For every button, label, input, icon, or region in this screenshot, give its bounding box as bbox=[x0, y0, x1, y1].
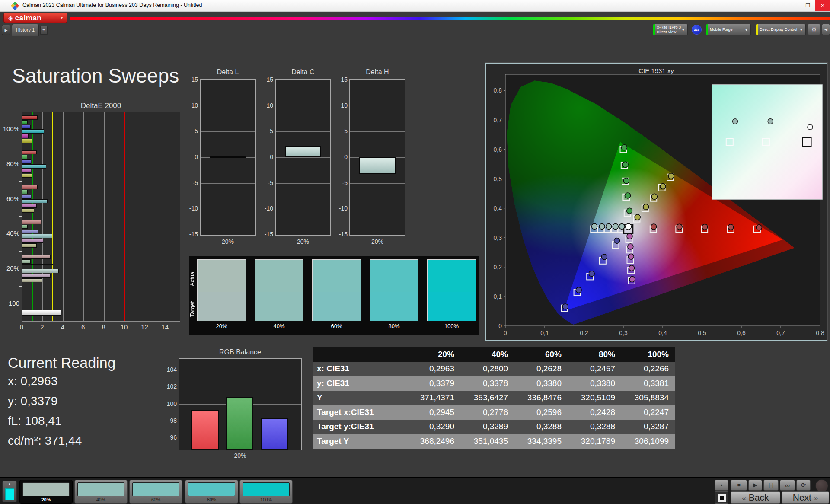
close-button[interactable]: ✕ bbox=[815, 0, 830, 11]
minimize-button[interactable]: — bbox=[786, 0, 801, 11]
cie-measured-red bbox=[756, 225, 762, 230]
y-tick-label: -15 bbox=[334, 231, 348, 238]
patch-button-40%[interactable]: 40% bbox=[74, 480, 128, 504]
layout-expander-button[interactable]: ▶ bbox=[2, 25, 10, 35]
table-value-cell: 334,3395 bbox=[514, 437, 568, 446]
swatch-actual bbox=[198, 260, 246, 292]
display-control-name: Direct Display Control bbox=[760, 27, 797, 32]
table-value-cell: 0,3288 bbox=[568, 422, 621, 431]
target-window-button[interactable] bbox=[715, 491, 728, 504]
table-header-cell: 20% bbox=[407, 350, 460, 359]
gridline bbox=[276, 209, 330, 209]
deltae-bar-yellow bbox=[22, 139, 32, 143]
swatch-label: 20% bbox=[197, 323, 246, 329]
svg-text:0: 0 bbox=[504, 329, 507, 336]
calman-wordmark: calman bbox=[15, 14, 42, 22]
cie-measured-yellow bbox=[635, 214, 640, 220]
deltae-bar-cyan bbox=[22, 199, 48, 204]
cie-measured-blue bbox=[562, 304, 568, 309]
table-value-cell: 0,3380 bbox=[568, 379, 621, 388]
table-row-label: Target x:CIE31 bbox=[313, 408, 407, 417]
chevron-up-icon: ▲ bbox=[720, 483, 723, 487]
y-tick-label: 0 bbox=[259, 153, 273, 160]
display-control-dropdown[interactable]: Direct Display Control ▼ bbox=[756, 24, 806, 35]
cie-measured-blue bbox=[576, 287, 581, 293]
play-measure-button[interactable]: ▶ bbox=[748, 480, 762, 491]
reading-line: fL: 108,41 bbox=[8, 414, 62, 428]
cie-measured-magenta bbox=[628, 254, 634, 259]
patch-swatch bbox=[188, 482, 235, 496]
svg-text:0,2: 0,2 bbox=[580, 329, 588, 336]
expand-controls-button[interactable]: ▲ bbox=[715, 480, 728, 491]
pattern-window-button[interactable]: ▲ bbox=[2, 481, 17, 502]
patch-button-80%[interactable]: 80% bbox=[185, 480, 238, 504]
x-tick-label: 12 bbox=[141, 323, 148, 331]
table-header-cell: 80% bbox=[568, 350, 621, 359]
swatch-actual bbox=[428, 260, 476, 292]
bottom-bar: ▲ 20%40%60%80%100% ▲ ■ ▶ [·] ∞ ⟳ « Back … bbox=[0, 477, 830, 504]
svg-text:0,7: 0,7 bbox=[776, 329, 785, 336]
table-value-cell: 336,8476 bbox=[514, 393, 568, 402]
patch-button-20%[interactable]: 20% bbox=[19, 480, 73, 504]
meter-count-badge[interactable]: 327 bbox=[692, 25, 702, 35]
meter-dropdown[interactable]: X-Rite i1Pro 3 Direct View ▼ bbox=[653, 24, 688, 35]
y-tick-label: -5 bbox=[184, 179, 198, 186]
axis-tick bbox=[19, 181, 22, 182]
gridline bbox=[350, 183, 405, 184]
table-row: x: CIE310,29630,28000,26280,24570,2266 bbox=[313, 362, 675, 376]
cie-measured-red bbox=[702, 224, 708, 230]
collapse-panel-button[interactable]: ◀ bbox=[822, 24, 830, 35]
refresh-button[interactable]: ⟳ bbox=[796, 480, 811, 491]
patch-button-60%[interactable]: 60% bbox=[129, 480, 182, 504]
cie-measured-green bbox=[622, 145, 627, 150]
gridline bbox=[276, 131, 330, 132]
delta-h-x-label: 20% bbox=[349, 238, 405, 245]
maximize-button[interactable]: ❐ bbox=[801, 0, 815, 11]
cie-measured-yellow bbox=[651, 194, 657, 199]
table-row: Target y:CIE310,32900,32890,32880,32880,… bbox=[313, 420, 675, 434]
delta-l-title: Delta L bbox=[200, 68, 256, 76]
chevron-down-icon: ▼ bbox=[745, 29, 748, 32]
patch-swatch bbox=[22, 482, 70, 496]
continuous-measure-button[interactable]: ∞ bbox=[780, 480, 795, 491]
rgb-bar-red bbox=[191, 410, 219, 450]
deltae-bar-green bbox=[22, 259, 31, 264]
table-value-cell: 0,2596 bbox=[514, 408, 568, 417]
calman-menu-button[interactable]: ◈ calman ▼ bbox=[3, 13, 67, 23]
back-button[interactable]: « Back bbox=[731, 491, 780, 504]
settings-gear-button[interactable]: ⚙ bbox=[808, 24, 820, 35]
infinity-icon: ∞ bbox=[785, 482, 790, 489]
gear-icon: ⚙ bbox=[811, 26, 817, 33]
svg-text:0,5: 0,5 bbox=[698, 329, 706, 336]
svg-text:0,5: 0,5 bbox=[494, 175, 502, 182]
add-tab-button[interactable]: + bbox=[40, 26, 48, 35]
stop-measure-button[interactable]: ■ bbox=[731, 480, 747, 491]
deltae-bar-cyan bbox=[22, 234, 52, 238]
patch-label: 80% bbox=[185, 497, 238, 502]
gridline bbox=[145, 112, 145, 321]
table-row: Y371,4371353,6427336,8476320,5109305,883… bbox=[313, 391, 675, 405]
gridline bbox=[350, 209, 405, 209]
gridline bbox=[201, 106, 255, 106]
cie-measured-cyan bbox=[613, 224, 618, 230]
single-measure-button[interactable]: [·] bbox=[763, 480, 779, 491]
cie-inset-zoom bbox=[712, 85, 822, 199]
deltae-bar-red bbox=[22, 150, 37, 155]
rgb-balance-chart: 1041021009896 bbox=[179, 358, 302, 450]
gridline bbox=[83, 112, 84, 321]
titlebar: Calman 2023 Calman Ultimate for Business… bbox=[0, 0, 830, 12]
cie-measured-green bbox=[623, 178, 629, 184]
table-row-label: y: CIE31 bbox=[313, 379, 407, 388]
patch-button-100%[interactable]: 100% bbox=[239, 480, 293, 504]
patch-label: 40% bbox=[75, 497, 127, 502]
table-row-label: Target y:CIE31 bbox=[313, 422, 407, 431]
target-row-label: Target bbox=[189, 294, 196, 324]
axis-tick bbox=[19, 147, 22, 147]
deltae-bar-blue bbox=[22, 125, 31, 129]
deltae-bar-magenta bbox=[22, 274, 51, 278]
tab-history-1[interactable]: History 1 bbox=[12, 24, 39, 36]
deltae-group-label: 20% bbox=[0, 265, 19, 272]
source-dropdown[interactable]: Mobile Forge ▼ bbox=[706, 24, 751, 35]
chevrons-right-icon: » bbox=[814, 494, 818, 502]
next-button[interactable]: Next » bbox=[782, 491, 829, 504]
